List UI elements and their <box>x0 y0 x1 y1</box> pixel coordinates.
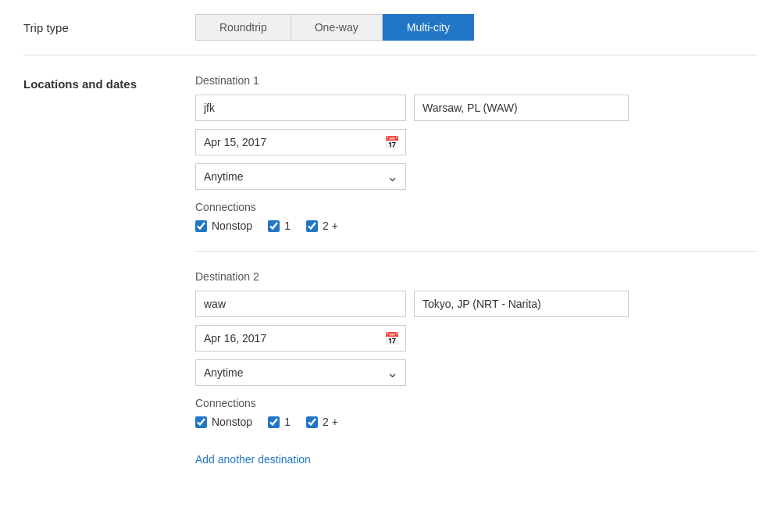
two-plus-2-checkbox[interactable] <box>306 416 318 428</box>
destination-1-time-select[interactable]: Anytime Morning Afternoon Evening <box>195 163 406 190</box>
nonstop-2-checkbox-item[interactable]: Nonstop <box>195 416 252 428</box>
destination-separator <box>195 251 758 252</box>
destination-2-to-input[interactable] <box>414 291 629 317</box>
locations-content: Destination 1 📅 Anytime Morning Afternoo… <box>195 74 758 466</box>
two-plus-2-label: 2 + <box>323 416 338 428</box>
one-stop-1-checkbox-item[interactable]: 1 <box>268 220 291 232</box>
two-plus-1-checkbox[interactable] <box>306 220 318 232</box>
one-way-button[interactable]: One-way <box>291 14 383 41</box>
trip-type-buttons: Roundtrip One-way Multi-city <box>195 14 474 41</box>
destination-2-time-wrapper: Anytime Morning Afternoon Evening ⌄ <box>195 359 406 386</box>
connections-1-label: Connections <box>195 201 758 213</box>
one-stop-2-checkbox-item[interactable]: 1 <box>268 416 291 428</box>
add-destination-link[interactable]: Add another destination <box>195 453 311 466</box>
two-plus-2-checkbox-item[interactable]: 2 + <box>306 416 338 428</box>
roundtrip-button[interactable]: Roundtrip <box>195 14 291 41</box>
destination-2-date-wrapper: 📅 <box>195 325 406 352</box>
nonstop-2-checkbox[interactable] <box>195 416 207 428</box>
locations-section: Locations and dates Destination 1 📅 Anyt… <box>0 55 781 484</box>
destination-2-block: Destination 2 📅 Anytime Morning Afternoo… <box>195 270 758 428</box>
destination-1-block: Destination 1 📅 Anytime Morning Afternoo… <box>195 74 758 232</box>
destination-1-from-to-row <box>195 95 758 121</box>
one-stop-1-label: 1 <box>284 220 291 232</box>
nonstop-2-label: Nonstop <box>212 416 252 428</box>
destination-1-from-input[interactable] <box>195 95 406 121</box>
destination-2-title: Destination 2 <box>195 270 758 283</box>
trip-type-label: Trip type <box>23 21 195 34</box>
destination-1-date-row: 📅 <box>195 129 758 155</box>
one-stop-2-label: 1 <box>284 416 291 428</box>
destination-1-date-input[interactable] <box>195 129 406 155</box>
nonstop-1-label: Nonstop <box>212 220 252 232</box>
nonstop-1-checkbox-item[interactable]: Nonstop <box>195 220 252 232</box>
destination-2-date-input[interactable] <box>195 325 406 352</box>
connections-2-label: Connections <box>195 397 758 409</box>
locations-label: Locations and dates <box>23 74 195 91</box>
multi-city-button[interactable]: Multi-city <box>383 14 474 41</box>
two-plus-1-label: 2 + <box>323 220 338 232</box>
destination-2-from-to-row <box>195 291 758 317</box>
destination-2-from-input[interactable] <box>195 291 406 317</box>
destination-2-time-select[interactable]: Anytime Morning Afternoon Evening <box>195 359 406 386</box>
one-stop-2-checkbox[interactable] <box>268 416 280 428</box>
one-stop-1-checkbox[interactable] <box>268 220 280 232</box>
trip-type-section: Trip type Roundtrip One-way Multi-city <box>0 0 781 55</box>
destination-2-date-row: 📅 <box>195 325 758 352</box>
nonstop-1-checkbox[interactable] <box>195 220 207 232</box>
destination-1-date-wrapper: 📅 <box>195 129 406 155</box>
connections-1-row: Nonstop 1 2 + <box>195 220 758 232</box>
destination-1-title: Destination 1 <box>195 74 758 87</box>
two-plus-1-checkbox-item[interactable]: 2 + <box>306 220 338 232</box>
destination-1-time-wrapper: Anytime Morning Afternoon Evening ⌄ <box>195 163 406 190</box>
destination-1-to-input[interactable] <box>414 95 629 121</box>
connections-2-row: Nonstop 1 2 + <box>195 416 758 428</box>
